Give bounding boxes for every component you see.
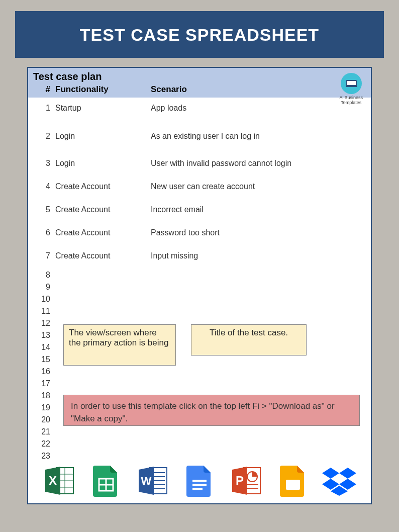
google-slides-icon[interactable] bbox=[275, 463, 311, 498]
cell-num: 4 bbox=[33, 182, 55, 191]
svg-text:X: X bbox=[49, 474, 57, 487]
cell-num: 6 bbox=[33, 228, 55, 237]
sheet-title-row: Test case plan bbox=[28, 68, 371, 83]
brand-logo: AllBusiness Templates bbox=[339, 73, 363, 105]
cell-num: 13 bbox=[33, 331, 55, 340]
cell-functionality: Startup bbox=[55, 104, 151, 113]
cell-scenario: Incorrect email bbox=[151, 205, 366, 214]
table-row: 1 Startup App loads bbox=[33, 98, 366, 126]
cell-num: 12 bbox=[33, 319, 55, 328]
table-row: 10 bbox=[33, 294, 366, 306]
cell-num: 8 bbox=[33, 271, 55, 280]
table-row: 7 Create Account Input missing bbox=[33, 246, 366, 270]
cell-num: 20 bbox=[33, 415, 55, 424]
cell-num: 16 bbox=[33, 367, 55, 376]
cell-scenario: Password too short bbox=[151, 228, 366, 237]
google-sheets-icon[interactable] bbox=[88, 463, 124, 498]
dropbox-icon[interactable] bbox=[322, 463, 357, 498]
page-title: TEST CASE SPREADSHEET bbox=[80, 25, 319, 44]
cell-num: 18 bbox=[33, 391, 55, 400]
table-row: 21 bbox=[33, 426, 366, 438]
svg-rect-19 bbox=[192, 484, 207, 486]
table-row: 3 Login User with invalid password canno… bbox=[33, 154, 366, 177]
cell-scenario: User with invalid password cannot login bbox=[151, 159, 366, 168]
cell-num: 3 bbox=[33, 159, 55, 168]
google-docs-icon[interactable] bbox=[182, 463, 217, 498]
cell-scenario: Input missing bbox=[151, 251, 366, 260]
brand-label: AllBusiness Templates bbox=[339, 95, 363, 105]
svg-text:P: P bbox=[236, 474, 244, 487]
spreadsheet-panel: AllBusiness Templates Test case plan # F… bbox=[27, 67, 372, 504]
cell-num: 21 bbox=[33, 427, 55, 436]
table-row: 6 Create Account Password too short bbox=[33, 223, 366, 246]
cell-num: 19 bbox=[33, 403, 55, 412]
cell-num: 5 bbox=[33, 205, 55, 214]
table-row: 9 bbox=[33, 282, 366, 294]
table-row: 4 Create Account New user can create acc… bbox=[33, 177, 366, 200]
cell-functionality: Create Account bbox=[55, 182, 151, 191]
callout-text: The view/screen where the primary action… bbox=[69, 328, 168, 347]
cell-num: 11 bbox=[33, 307, 55, 316]
table-row: 16 bbox=[33, 366, 366, 378]
table-row: 8 bbox=[33, 270, 366, 282]
word-icon[interactable]: W bbox=[135, 463, 170, 498]
callout-functionality: The view/screen where the primary action… bbox=[63, 324, 176, 366]
col-header-functionality: Functionality bbox=[55, 84, 151, 95]
callout-text: Title of the test case. bbox=[210, 328, 288, 337]
cell-num: 23 bbox=[33, 452, 55, 461]
callout-instructions: In order to use this template click on t… bbox=[63, 395, 360, 426]
cell-functionality: Create Account bbox=[55, 251, 151, 260]
cell-num: 2 bbox=[33, 132, 55, 141]
laptop-icon bbox=[341, 73, 362, 94]
table-row: 22 bbox=[33, 438, 366, 451]
powerpoint-icon[interactable]: P bbox=[229, 463, 264, 498]
svg-rect-18 bbox=[192, 480, 207, 482]
svg-marker-29 bbox=[339, 468, 356, 479]
table-row: 2 Login As an existing user I can log in bbox=[33, 126, 366, 154]
svg-rect-27 bbox=[286, 480, 300, 490]
cell-num: 9 bbox=[33, 283, 55, 292]
col-header-scenario: Scenario bbox=[151, 84, 366, 95]
cell-num: 10 bbox=[33, 295, 55, 304]
callout-scenario: Title of the test case. bbox=[191, 324, 307, 356]
cell-num: 7 bbox=[33, 251, 55, 260]
cell-functionality: Login bbox=[55, 159, 151, 168]
table-row: 5 Create Account Incorrect email bbox=[33, 200, 366, 223]
table-row: 17 bbox=[33, 378, 366, 390]
cell-num: 17 bbox=[33, 379, 55, 388]
column-header-row: # Functionality Scenario bbox=[28, 83, 371, 98]
cell-num: 1 bbox=[33, 104, 55, 113]
cell-scenario: App loads bbox=[151, 104, 366, 113]
svg-rect-20 bbox=[192, 488, 203, 490]
svg-text:W: W bbox=[141, 475, 152, 487]
table-row: 23 bbox=[33, 451, 366, 463]
cell-num: 14 bbox=[33, 343, 55, 352]
cell-num: 15 bbox=[33, 355, 55, 364]
cell-functionality: Create Account bbox=[55, 205, 151, 214]
cell-functionality: Create Account bbox=[55, 228, 151, 237]
callout-text: In order to use this template click on t… bbox=[71, 401, 335, 423]
excel-icon[interactable]: X bbox=[42, 463, 77, 498]
col-header-num: # bbox=[33, 84, 55, 95]
export-apps-row: X W P bbox=[28, 463, 371, 498]
svg-marker-28 bbox=[322, 468, 339, 479]
cell-scenario: As an existing user I can log in bbox=[151, 132, 366, 141]
table-row: 11 bbox=[33, 306, 366, 318]
cell-functionality: Login bbox=[55, 132, 151, 141]
page-title-bar: TEST CASE SPREADSHEET bbox=[15, 11, 384, 58]
cell-num: 22 bbox=[33, 439, 55, 449]
sheet-title: Test case plan bbox=[33, 71, 102, 82]
cell-scenario: New user can create account bbox=[151, 182, 366, 191]
